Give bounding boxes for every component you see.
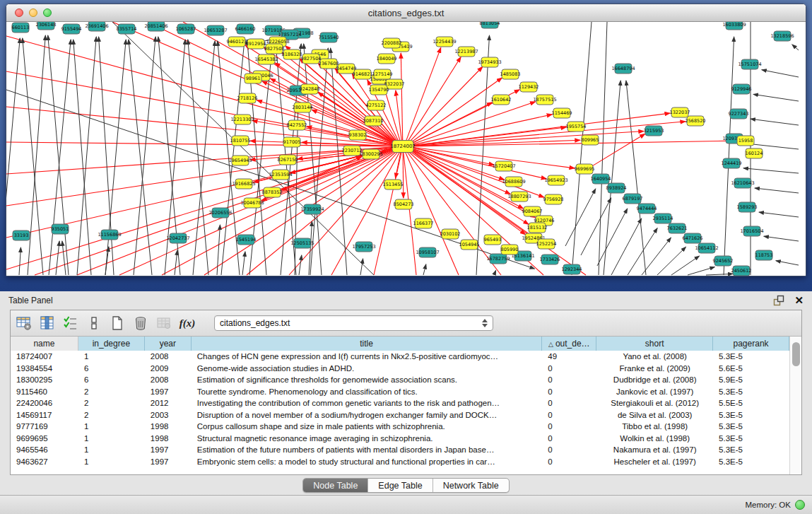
column-header-title[interactable]: title: [192, 337, 543, 351]
delete-table-icon[interactable]: [156, 315, 172, 331]
network-node[interactable]: 16782759: [486, 254, 510, 264]
network-node[interactable]: 1733426: [540, 255, 560, 264]
network-node[interactable]: 8267150: [278, 155, 298, 165]
column-header-name[interactable]: name: [11, 337, 78, 351]
network-node[interactable]: 1166377: [413, 218, 434, 228]
network-node[interactable]: 15958: [737, 136, 754, 146]
network-node[interactable]: 9756928: [543, 194, 564, 204]
network-node[interactable]: 1065287: [176, 24, 196, 34]
network-node[interactable]: 98961: [245, 74, 261, 83]
close-window-button[interactable]: [15, 8, 23, 17]
network-node[interactable]: 33193: [13, 230, 30, 240]
network-node[interactable]: 9699695: [575, 164, 595, 174]
table-row[interactable]: 977716911998Corpus callosum shape and si…: [11, 421, 789, 433]
network-node[interactable]: 20206556: [208, 208, 232, 218]
network-node[interactable]: 9129946: [731, 84, 752, 94]
table-vertical-scrollbar[interactable]: [789, 337, 801, 474]
network-node[interactable]: 8878352: [262, 187, 283, 197]
network-node[interactable]: 1054945: [459, 240, 480, 250]
network-node[interactable]: 2718126: [237, 93, 258, 103]
network-node[interactable]: 1840049: [377, 54, 397, 64]
float-panel-icon[interactable]: [773, 295, 784, 306]
network-node[interactable]: 1129432: [519, 82, 539, 92]
network-node[interactable]: 19166825: [232, 179, 255, 189]
column-header-pagerank[interactable]: pagerank: [713, 337, 789, 351]
network-node[interactable]: 809965: [582, 135, 599, 145]
network-node[interactable]: 9084067: [522, 206, 543, 216]
network-node[interactable]: 10653287: [204, 25, 227, 35]
network-node[interactable]: 9242848: [300, 84, 320, 94]
network-node[interactable]: 1545194: [236, 235, 257, 245]
network-node[interactable]: 10046788: [240, 198, 264, 208]
network-node[interactable]: 12042737: [166, 233, 189, 243]
minimize-window-button[interactable]: [29, 8, 37, 17]
table-row[interactable]: 946554611997Estimation of the future num…: [11, 444, 789, 456]
network-node[interactable]: 8427552: [287, 120, 307, 130]
network-node[interactable]: 10958107: [416, 247, 439, 257]
function-builder-icon[interactable]: f(x): [180, 315, 195, 331]
network-node[interactable]: 16033809: [722, 22, 746, 30]
table-row[interactable]: 1456911722003Disruption of a novel membe…: [11, 409, 789, 421]
network-node[interactable]: 1810755: [230, 136, 251, 146]
network-node[interactable]: 2803144: [293, 103, 313, 112]
network-node[interactable]: 2306148: [36, 22, 57, 30]
table-settings-icon[interactable]: [16, 315, 32, 331]
create-column-icon[interactable]: [110, 315, 125, 331]
network-node[interactable]: 19734933: [478, 57, 501, 67]
network-node[interactable]: 118753: [755, 250, 773, 260]
network-node[interactable]: 1322037: [670, 107, 690, 117]
network-node[interactable]: 10654112: [695, 243, 718, 253]
network-node[interactable]: 965493: [484, 235, 502, 245]
network-node[interactable]: 7515540: [319, 33, 339, 42]
network-node[interactable]: 16545382: [254, 54, 278, 64]
network-node[interactable]: 917005: [283, 137, 301, 147]
close-panel-icon[interactable]: ✕: [794, 295, 804, 306]
network-node[interactable]: 13218596: [770, 31, 794, 41]
network-node[interactable]: 9460123: [227, 37, 247, 47]
network-node[interactable]: 12254439: [433, 37, 456, 47]
row-options-icon[interactable]: [86, 315, 102, 331]
network-node[interactable]: 1252254: [536, 239, 557, 249]
network-window-titlebar[interactable]: citations_edges.txt: [6, 4, 806, 22]
network-node[interactable]: 8355714: [117, 24, 137, 34]
network-node[interactable]: 8813054: [480, 22, 500, 28]
network-node[interactable]: 9245652: [713, 256, 734, 266]
network-node[interactable]: 6466160: [235, 24, 256, 34]
network-node[interactable]: 15720407: [492, 161, 515, 171]
network-node[interactable]: 1485083: [500, 69, 521, 79]
column-header-out_de[interactable]: △out_de…: [542, 337, 596, 351]
show-columns-icon[interactable]: [40, 315, 55, 331]
network-node[interactable]: 2935114: [653, 214, 673, 223]
network-canvas[interactable]: 6601132306148915549423691406835571420851…: [6, 22, 806, 276]
tab-edge-table[interactable]: Edge Table: [368, 479, 433, 492]
network-node[interactable]: 18724007: [390, 141, 416, 153]
network-node[interactable]: 12213303: [230, 115, 254, 124]
network-node[interactable]: 160124: [746, 148, 763, 158]
column-header-in_degree[interactable]: in_degree: [78, 337, 145, 351]
tab-node-table[interactable]: Node Table: [303, 479, 368, 492]
tab-network-table[interactable]: Network Table: [433, 479, 509, 492]
network-node[interactable]: 9474444: [637, 204, 657, 214]
network-node[interactable]: 17957253: [352, 242, 375, 252]
network-node[interactable]: 935051: [52, 224, 69, 234]
network-node[interactable]: 8504273: [394, 199, 414, 209]
network-node[interactable]: 17359924: [300, 204, 324, 214]
scrollbar-thumb[interactable]: [792, 342, 800, 366]
network-node[interactable]: 938302: [349, 130, 367, 140]
network-node[interactable]: 7632621: [667, 223, 688, 233]
table-row[interactable]: 911546021997Tourette syndrome. Phenomeno…: [11, 386, 789, 398]
network-node[interactable]: 1815132: [527, 223, 548, 233]
network-node[interactable]: 2230712: [342, 146, 363, 156]
network-node[interactable]: 1354790: [369, 85, 389, 95]
network-node[interactable]: 11156869: [98, 230, 121, 240]
column-header-year[interactable]: year: [145, 337, 192, 351]
network-node[interactable]: 8938924: [606, 183, 627, 193]
network-node[interactable]: 12353594: [269, 170, 292, 180]
network-node[interactable]: 1244419: [722, 158, 742, 168]
table-selector-dropdown[interactable]: citations_edges.txt: [214, 315, 493, 331]
network-node[interactable]: 18757515: [533, 95, 556, 105]
table-row[interactable]: 1938455462009Genome-wide association stu…: [11, 363, 789, 375]
network-node[interactable]: 20851406: [144, 22, 167, 31]
network-node[interactable]: 23691406: [85, 22, 108, 31]
select-mode-icon[interactable]: [63, 315, 78, 331]
